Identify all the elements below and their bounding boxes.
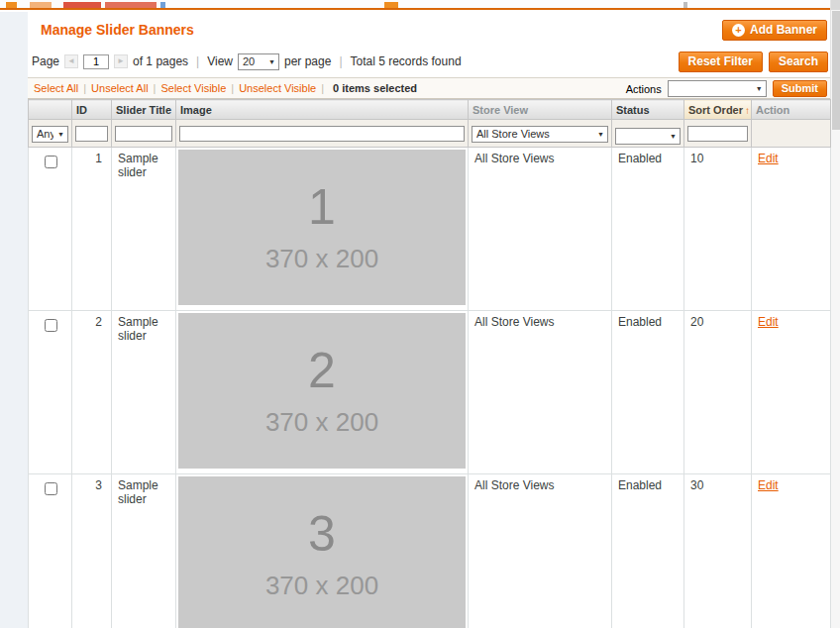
cell-id: 3 — [72, 473, 112, 628]
cell-checkbox — [29, 473, 72, 628]
column-header-slider-title[interactable]: Slider Title — [112, 100, 176, 120]
page-title: Manage Slider Banners — [41, 22, 194, 38]
per-page-value: 20 — [243, 55, 264, 67]
column-header-action: Action — [752, 100, 831, 120]
separator: | — [154, 82, 157, 94]
row-checkbox[interactable] — [45, 156, 57, 168]
actions-label: Actions — [626, 83, 662, 95]
pager-buttons: Reset Filter Search — [679, 52, 828, 72]
select-all-link[interactable]: Select All — [34, 82, 78, 94]
grid-row-1[interactable]: 1 Sample slider 1 370 x 200 All Store Vi… — [29, 147, 831, 310]
row-checkbox[interactable] — [45, 482, 57, 495]
filter-sort-order-input[interactable] — [687, 126, 748, 142]
plus-icon: + — [732, 24, 745, 37]
filter-cell-image — [176, 120, 469, 148]
grid-row-2[interactable]: 2 Sample slider 2 370 x 200 All Store Vi… — [29, 310, 831, 473]
column-header-id[interactable]: ID — [72, 100, 112, 120]
filter-id-input[interactable] — [75, 126, 108, 142]
content-header: Manage Slider Banners + Add Banner — [28, 12, 830, 48]
scrollbar-thumb[interactable] — [832, 11, 840, 130]
chevron-down-icon: ▼ — [597, 131, 604, 138]
scrollbar-up-button[interactable] — [831, 0, 840, 10]
cell-checkbox — [29, 147, 72, 310]
pager-bar: Page ◄ ► of 1 pages | View 20 ▼ per page… — [28, 48, 830, 77]
filter-cell-action — [752, 120, 831, 148]
column-header-status[interactable]: Status — [612, 100, 684, 120]
nav-fragment — [384, 2, 398, 8]
cell-sort-order: 30 — [684, 473, 752, 628]
nav-fragment-icon — [6, 2, 17, 8]
edit-link[interactable]: Edit — [758, 478, 779, 492]
submit-button[interactable]: Submit — [773, 80, 827, 97]
cell-action: Edit — [752, 473, 831, 628]
left-gutter — [0, 12, 28, 628]
cell-id: 2 — [72, 310, 112, 473]
sort-order-label: Sort Order — [688, 104, 743, 116]
nav-fragment — [63, 2, 101, 8]
placeholder-number: 2 — [308, 346, 336, 395]
banner-grid-table: ID Slider Title Image Store View Status … — [28, 99, 831, 628]
cell-action: Edit — [752, 310, 831, 473]
items-selected-text: 0 items selected — [333, 82, 417, 94]
edit-link[interactable]: Edit — [758, 152, 779, 165]
nav-fragment — [30, 2, 52, 8]
placeholder-dimensions: 370 x 200 — [265, 246, 378, 271]
nav-fragment — [160, 2, 165, 8]
grid-filter-row: Any ▼ All Store Views ▼ ▼ — [29, 120, 831, 148]
cell-slider-title: Sample slider — [112, 147, 176, 310]
admin-nav-cutoff — [0, 0, 840, 10]
grid-row-3[interactable]: 3 Sample slider 3 370 x 200 All Store Vi… — [29, 473, 831, 628]
cell-checkbox — [29, 310, 72, 473]
nav-fragment — [683, 2, 687, 8]
filter-slider-title-input[interactable] — [115, 126, 172, 142]
filter-image-input[interactable] — [179, 126, 465, 142]
filter-cell-massaction: Any ▼ — [29, 120, 72, 148]
cell-store-view: All Store Views — [469, 310, 612, 473]
per-page-label: per page — [284, 54, 331, 68]
chevron-down-icon: ▼ — [268, 58, 275, 65]
add-banner-label: Add Banner — [750, 23, 817, 37]
total-records-text: Total 5 records found — [351, 54, 462, 68]
vertical-scrollbar[interactable] — [830, 0, 840, 628]
total-pages-text: of 1 pages — [133, 54, 188, 68]
add-banner-button[interactable]: + Add Banner — [722, 20, 827, 41]
select-visible-link[interactable]: Select Visible — [160, 82, 226, 94]
placeholder-number: 3 — [308, 509, 336, 559]
cell-image: 2 370 x 200 — [176, 310, 469, 473]
column-header-store-view: Store View — [469, 100, 612, 120]
separator: | — [231, 82, 234, 94]
banner-placeholder-image: 1 370 x 200 — [178, 150, 466, 305]
placeholder-number: 1 — [308, 182, 336, 232]
previous-page-button[interactable]: ◄ — [64, 54, 78, 68]
filter-cell-store-view: All Store Views ▼ — [469, 120, 612, 148]
page-number-input[interactable] — [83, 54, 109, 69]
row-checkbox[interactable] — [45, 319, 57, 332]
page-label: Page — [32, 54, 59, 68]
search-button[interactable]: Search — [769, 52, 828, 72]
massaction-any-select[interactable]: Any ▼ — [32, 126, 68, 143]
cell-image: 1 370 x 200 — [176, 147, 469, 310]
filter-status-select[interactable]: ▼ — [615, 128, 681, 145]
unselect-all-link[interactable]: Unselect All — [91, 82, 148, 94]
edit-link[interactable]: Edit — [758, 315, 779, 329]
placeholder-dimensions: 370 x 200 — [265, 573, 378, 598]
filter-cell-sort-order — [684, 120, 752, 148]
sort-ascending-icon: ↑ — [745, 105, 750, 116]
cell-status: Enabled — [612, 147, 684, 310]
filter-cell-id — [72, 120, 112, 148]
column-header-sort-order[interactable]: Sort Order↑ — [684, 100, 752, 120]
actions-select[interactable]: ▼ — [668, 80, 767, 97]
per-page-select[interactable]: 20 ▼ — [238, 53, 279, 70]
massaction-bar: Select All | Unselect All | Select Visib… — [28, 77, 830, 99]
content-area: Manage Slider Banners + Add Banner Page … — [28, 12, 830, 628]
filter-cell-slider-title — [112, 120, 176, 148]
chevron-down-icon: ▼ — [57, 131, 64, 138]
massaction-actions: Actions ▼ Submit — [626, 80, 827, 97]
next-page-button[interactable]: ► — [114, 54, 128, 68]
column-header-image[interactable]: Image — [176, 100, 469, 120]
nav-fragment — [105, 2, 157, 8]
reset-filter-button[interactable]: Reset Filter — [679, 52, 763, 72]
cell-store-view: All Store Views — [469, 473, 612, 628]
filter-store-view-select[interactable]: All Store Views ▼ — [472, 126, 608, 143]
unselect-visible-link[interactable]: Unselect Visible — [239, 82, 316, 94]
